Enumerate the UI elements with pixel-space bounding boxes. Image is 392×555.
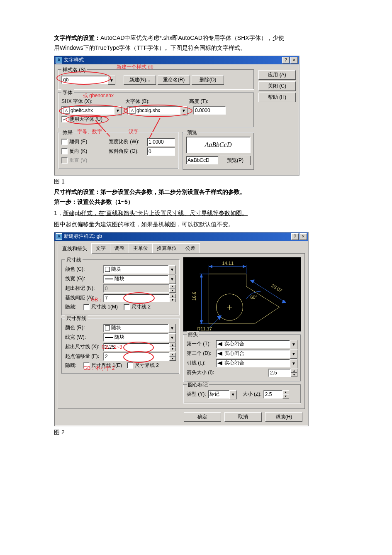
dl-lw-combo[interactable]: 随块 ▼ [103,275,176,283]
svg-marker-7 [243,265,246,268]
dim-setup-line-c-link: 新建gb样式，在"直线和箭头"卡片上设置尺寸线、尺寸界线等参数如图。 [63,210,248,216]
chevron-down-icon[interactable]: ▼ [229,390,237,399]
arrow2-combo[interactable]: 实心闭合 ▼ [216,350,297,358]
arrow-size-spinner[interactable]: 2.5 ▲▼ [268,369,297,377]
tab-tolerance[interactable]: 公差 [181,243,200,253]
spin-up-icon[interactable]: ▲ [169,343,176,347]
dialog2-titlebar: A 新建标注样式: gb ? × [54,232,308,241]
chevron-down-icon[interactable]: ▼ [108,76,115,85]
tab-alternate[interactable]: 换算单位 [152,243,181,253]
leader-combo[interactable]: 实心闭合 ▼ [216,359,297,367]
tab-lines-arrows[interactable]: 直线和箭头 [58,244,92,254]
dl-color-combo[interactable]: 随块 ▼ [103,265,176,274]
lineweight-icon [105,279,113,279]
chevron-down-icon[interactable]: ▼ [168,265,176,274]
delete-button[interactable]: 删除(D) [192,75,224,85]
checkbox-icon [83,304,90,310]
dl-exttick-spinner: 0 ▲▼ [103,284,176,293]
rename-button[interactable]: 重命名(R) [158,75,190,85]
group-center: 圆心标记 类型 (Y): 标记 ▼ 大小 (Z): 2.5 [183,384,301,403]
spin-up-icon[interactable]: ▲ [282,390,289,394]
bigfont-combo[interactable]: Agbcbig.shx ▼ [127,106,187,115]
spin-down-icon[interactable]: ▼ [169,347,176,351]
dl-hide2-checkbox[interactable]: 尺寸线 2 [124,303,151,311]
preview-button[interactable]: 预览(P) [220,156,251,165]
solid-arrow-icon [217,342,223,347]
backward-checkbox[interactable]: 反向 (K) [61,148,107,155]
use-bigfont-checkbox[interactable]: ✓ 使用大字体 (U) [61,116,102,123]
height-input[interactable]: 0.0000 [193,106,226,115]
svg-marker-12 [200,320,203,324]
spin-up-icon[interactable]: ▲ [169,352,176,357]
figure2-caption: 图 2 [54,428,346,438]
vertical-checkbox: 垂直 (V) [61,157,107,164]
spin-down-icon[interactable]: ▼ [169,298,176,302]
height-label: 高度 (T): [189,98,226,105]
dl-hide1-checkbox[interactable]: 尺寸线 1(M) [83,303,118,311]
center-type-combo[interactable]: 标记 ▼ [208,390,237,399]
shx-font-combo[interactable]: Agbeitc.shx ▼ [61,106,122,115]
chevron-down-icon[interactable]: ▼ [290,359,297,368]
byblock-color-swatch [105,325,110,330]
tab-text[interactable]: 文字 [91,243,110,253]
dialog2-help-icon[interactable]: ? [291,233,299,240]
preview-input[interactable]: AaBbCcD [186,156,218,164]
checkbox-icon [61,139,68,145]
new-button[interactable]: 新建(N)... [124,75,156,85]
shx-font-value: gbeitc.shx [71,108,93,113]
dialog1-help-icon[interactable]: ? [282,57,290,64]
group-dimline-legend: 尺寸线 [65,257,83,264]
dialog2-close-icon[interactable]: × [299,233,307,240]
dialog1-app-icon: A [56,57,62,64]
dialog1-close-icon[interactable]: × [290,57,298,64]
el-hide2-checkbox[interactable]: 尺寸界线 2 [127,362,159,369]
help-button[interactable]: 帮助(H) [265,412,302,422]
spin-down-icon[interactable]: ▼ [282,394,289,399]
style-name-combo[interactable]: gb ▼ [61,76,115,84]
tab-fit[interactable]: 调整 [110,243,129,253]
chevron-down-icon[interactable]: ▼ [114,106,122,115]
dialog1-body: 新建一个样式 gb 样式名 (S) gb ▼ [54,64,299,175]
dialog1-side-buttons: 应用 (A) 关闭 (C) 帮助 (H) [258,67,296,172]
shx-icon: A [63,107,70,114]
oblique-label: 倾斜角度 (O): [109,148,145,155]
help-button[interactable]: 帮助 (H) [258,93,296,102]
el-color-label: 颜色 (R): [65,324,102,331]
spin-down-icon[interactable]: ▼ [169,357,176,361]
dl-baseline-spinner[interactable]: 7 ▲▼ [103,294,176,302]
preview-dim-diag: 28.07 [270,283,283,293]
arrow1-combo[interactable]: 实心闭合 ▼ [216,340,297,348]
el-beyond-spinner[interactable]: 2.25 ▲▼ [103,343,176,351]
spin-up-icon[interactable]: ▲ [169,294,176,298]
svg-marker-19 [217,352,222,356]
dim-setup-line-b: 第一步：设置公共参数（1~5） [54,197,346,207]
checkbox-checked-icon: ✓ [61,116,68,122]
oblique-input[interactable]: 0 [147,147,175,156]
apply-button[interactable]: 应用 (A) [258,70,296,80]
chevron-down-icon[interactable]: ▼ [168,324,176,333]
group-preview: 预览 AaBbCcD AaBbCcD 预览(P) [182,132,254,170]
dialog2-title: 新建标注样式: gb [64,233,102,240]
chevron-down-icon[interactable]: ▼ [168,333,176,342]
el-lw-combo[interactable]: 随块 ▼ [103,333,176,342]
center-size-spinner[interactable]: 2.5 ▲▼ [263,390,289,399]
el-color-combo[interactable]: 随块 ▼ [103,324,176,332]
width-factor-input[interactable]: 1.0000 [147,138,175,146]
el-offset-spinner[interactable]: 2 ▲▼ [103,352,176,361]
el-hide1-checkbox[interactable]: 尺寸界线 1(E) [83,362,122,369]
spin-down-icon[interactable]: ▼ [291,373,297,377]
dialog2-footer: 确定 取消 帮助(H) [58,409,305,423]
ok-button[interactable]: 确定 [184,412,221,422]
chevron-down-icon[interactable]: ▼ [290,340,297,349]
spin-up-icon[interactable]: ▲ [291,369,297,373]
chevron-down-icon[interactable]: ▼ [180,106,187,115]
close-button[interactable]: 关闭 (C) [258,81,296,91]
tab-primary[interactable]: 主单位 [129,243,153,253]
svg-marker-15 [282,300,286,303]
group-preview-legend: 预览 [186,129,198,136]
chevron-down-icon[interactable]: ▼ [168,275,176,284]
cancel-button[interactable]: 取消 [224,412,262,422]
tabs-strip: 直线和箭头 文字 调整 主单位 换算单位 公差 [58,243,305,254]
chevron-down-icon[interactable]: ▼ [290,350,297,359]
upside-checkbox[interactable]: 颠倒 (E) [61,138,107,145]
